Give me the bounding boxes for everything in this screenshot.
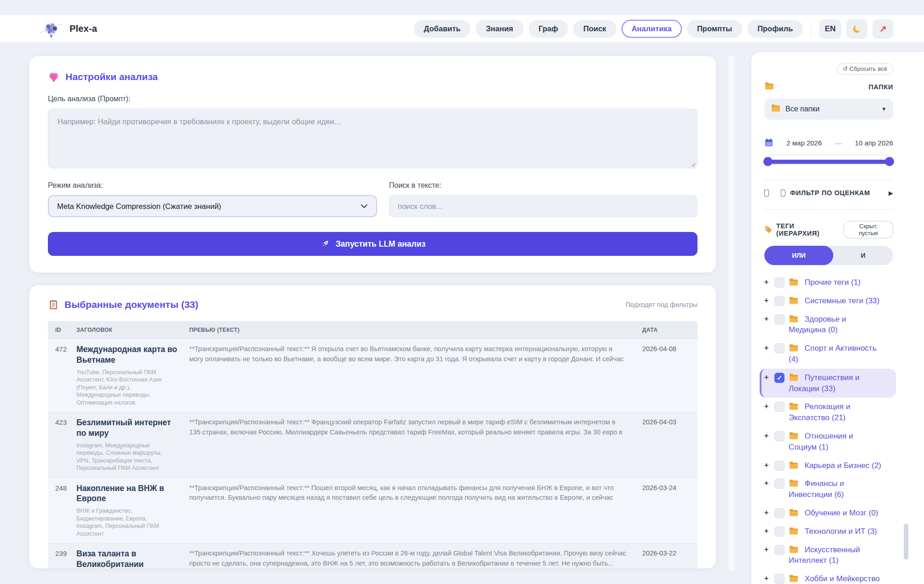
tag-checkbox[interactable]: [774, 574, 785, 584]
tag-checkbox[interactable]: [774, 508, 785, 518]
logic-and-option[interactable]: И: [833, 246, 893, 265]
sidebar-divider: [764, 209, 893, 210]
tag-logic-toggle: ИЛИ И: [764, 246, 893, 265]
table-body: 472 Международная карта во Вьетнаме YouT…: [48, 339, 697, 568]
table-row[interactable]: 472 Международная карта во Вьетнаме YouT…: [48, 339, 697, 412]
nav-item-search[interactable]: Поиск: [573, 20, 616, 38]
tag-tree-item[interactable]: + Прочие теги (1): [764, 273, 893, 292]
nav-item-analytics[interactable]: Аналитика: [622, 20, 682, 38]
nav-item-graph[interactable]: Граф: [529, 20, 568, 38]
doc-title: Накопление на ВНЖ в Европе: [76, 483, 178, 504]
expand-plus-icon[interactable]: +: [764, 344, 773, 352]
brain-icon: [48, 71, 60, 83]
tag-tree-item[interactable]: + Финансы и Инвестиции (6): [764, 474, 893, 504]
tag-tree-item[interactable]: + Хобби и Мейкерство (2): [764, 570, 893, 584]
expand-plus-icon[interactable]: +: [764, 402, 773, 411]
tag-content: Здоровье и Медицина (0): [789, 314, 883, 336]
expand-plus-icon[interactable]: +: [764, 509, 773, 517]
expand-plus-icon[interactable]: +: [764, 574, 773, 583]
main-scrollbar[interactable]: [728, 55, 735, 571]
tag-tree-item[interactable]: + Отношения и Социум (1): [764, 427, 893, 457]
filters-sidebar: ↺ Сбросить всё ПАПКИ Все папки ▼: [751, 52, 924, 584]
expand-plus-icon[interactable]: +: [764, 527, 773, 535]
tag-tree-item[interactable]: + Технологии и ИТ (3): [764, 522, 893, 541]
tag-folder-icon-slot: [789, 373, 802, 382]
doc-id: 239: [48, 549, 76, 568]
sidebar-scrollbar-thumb[interactable]: [904, 524, 908, 560]
doc-tags: YouTube, Персональный ПКМ Ассистент, Юго…: [76, 369, 166, 407]
tag-tree-item[interactable]: + Спорт и Активность (4): [764, 339, 893, 369]
tag-tree-item[interactable]: + Искусственный Интеллект (1): [764, 541, 893, 570]
tag-checkbox[interactable]: [774, 314, 785, 324]
doc-id: 472: [48, 344, 76, 406]
folder-icon: [789, 509, 799, 517]
run-analysis-button[interactable]: Запустить LLM анализ: [48, 232, 697, 256]
documents-table: ID ЗАГОЛОВОК ПРЕВЬЮ (ТЕКСТ) ДАТА 472 Меж…: [48, 321, 697, 568]
date-from[interactable]: 2 мар 2026: [786, 139, 822, 147]
tag-checkbox[interactable]: ✓: [774, 373, 785, 383]
theme-toggle-button[interactable]: [846, 19, 867, 39]
external-link-button[interactable]: ↗: [872, 19, 894, 39]
nav-item-knowledge[interactable]: Знания: [476, 20, 523, 38]
tag-content: Финансы и Инвестиции (6): [789, 478, 883, 500]
date-range-slider: [764, 155, 893, 167]
tag-tree-item[interactable]: + Обучение и Мозг (0): [764, 504, 893, 522]
doc-tags: Instagram, Международные переводы, Сложн…: [76, 442, 166, 472]
text-search-input[interactable]: [389, 195, 697, 217]
tag-folder-icon-slot: [789, 461, 802, 470]
tag-tree-item[interactable]: + Релокация и Экспатство (21): [764, 398, 893, 427]
text-search-label: Поиск в тексте:: [389, 181, 697, 190]
tag-tree-item[interactable]: + Карьера и Бизнес (2): [764, 457, 893, 475]
expand-plus-icon[interactable]: +: [764, 373, 773, 382]
table-row[interactable]: 423 Безлимитный интернет по миру Instagr…: [48, 412, 697, 478]
expand-plus-icon[interactable]: +: [764, 479, 773, 487]
tag-checkbox[interactable]: [774, 461, 785, 471]
tag-checkbox[interactable]: [774, 278, 785, 288]
tag-checkbox[interactable]: [774, 479, 785, 489]
main-nav: ДобавитьЗнанияГрафПоискАналитикаПромптыП…: [414, 19, 894, 39]
folders-select[interactable]: Все папки ▼: [764, 98, 893, 120]
date-to[interactable]: 10 апр 2026: [855, 139, 893, 147]
language-button[interactable]: EN: [819, 19, 841, 39]
folder-icon: [764, 82, 774, 90]
slider-handle-end[interactable]: [885, 157, 894, 166]
table-row[interactable]: 248 Накопление на ВНЖ в Европе ВНЖ и Гра…: [48, 478, 697, 544]
tag-folder-icon-slot: [789, 315, 802, 324]
tag-checkbox[interactable]: [774, 526, 785, 537]
expand-plus-icon[interactable]: +: [764, 432, 773, 440]
expand-plus-icon[interactable]: +: [764, 278, 773, 286]
tag-checkbox[interactable]: [774, 431, 785, 441]
reset-all-button[interactable]: ↺ Сбросить всё: [837, 63, 893, 75]
folder-icon: [789, 373, 799, 382]
expand-plus-icon[interactable]: +: [764, 296, 773, 305]
expand-plus-icon[interactable]: +: [764, 545, 773, 554]
tag-checkbox[interactable]: [774, 343, 785, 353]
tag-tree-item[interactable]: + Системные теги (33): [764, 292, 893, 310]
tag-content: Отношения и Социум (1): [789, 431, 883, 453]
tag-label: Обучение и Мозг (0): [805, 509, 878, 517]
tag-label: Хобби и Мейкерство (2): [789, 574, 880, 584]
slider-handle-start[interactable]: [763, 157, 773, 166]
tag-checkbox[interactable]: [774, 296, 785, 306]
tag-tree-item[interactable]: + ✓ Путешествия и Локации (33): [760, 369, 896, 398]
nav-item-add[interactable]: Добавить: [414, 20, 471, 38]
tag-checkbox[interactable]: [774, 545, 785, 555]
tag-tree-item[interactable]: + Здоровье и Медицина (0): [764, 310, 893, 340]
filter-match-note: Подходят под фильтры: [625, 301, 697, 308]
hide-empty-button[interactable]: Скрыт. пустые: [843, 221, 893, 238]
tag-label: Карьера и Бизнес (2): [805, 461, 881, 470]
table-row[interactable]: 239 Виза таланта в Великобритании ВНЖ и …: [48, 543, 697, 568]
doc-title-cell: Международная карта во Вьетнаме YouTube,…: [76, 344, 189, 406]
tag-checkbox[interactable]: [774, 402, 785, 412]
tag-content: Системные теги (33): [789, 295, 883, 306]
folder-icon: [789, 574, 799, 583]
nav-item-prompts[interactable]: Промпты: [687, 20, 742, 38]
logic-or-option[interactable]: ИЛИ: [764, 246, 833, 265]
mode-select[interactable]: Meta Knowledge Compression (Сжатие знани…: [48, 195, 377, 217]
ratings-filter-row[interactable]: ФИЛЬТР ПО ОЦЕНКАМ ▶: [764, 189, 893, 197]
prompt-textarea[interactable]: [48, 109, 697, 168]
expand-plus-icon[interactable]: +: [764, 315, 773, 323]
nav-item-profile[interactable]: Профиль: [747, 20, 803, 38]
expand-plus-icon[interactable]: +: [764, 461, 773, 469]
doc-date: 2026-03-22: [642, 549, 697, 568]
